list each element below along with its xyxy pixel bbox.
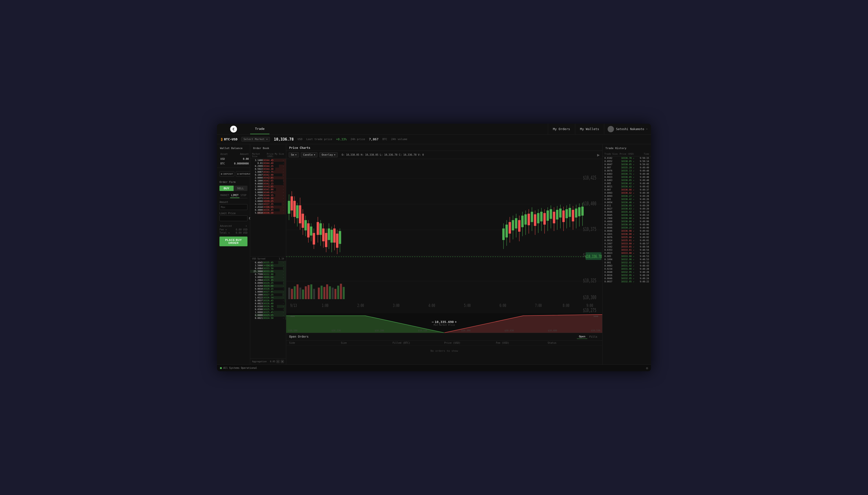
ob-bid-row[interactable]: 1.0000 10325.45 - [250, 311, 286, 314]
ob-bid-row[interactable]: 0.7599 10332.90 - [250, 273, 286, 276]
svg-text:1:00: 1:00 [322, 303, 328, 308]
my-orders-btn[interactable]: My Orders [548, 124, 575, 134]
svg-rect-95 [521, 216, 524, 227]
ob-bid-price: 10326.45 [263, 300, 274, 302]
sell-tab[interactable]: SELL [233, 186, 248, 191]
ob-bid-row[interactable]: 25.3000 10333.00 - [250, 270, 286, 273]
ob-bid-row[interactable]: 6.0000 10325.25 - [250, 314, 286, 317]
ob-ask-row[interactable]: 0.1322 10337.35 - [250, 203, 286, 206]
my-wallets-btn[interactable]: My Wallets [575, 124, 604, 134]
ob-bid-row[interactable]: 2.5000 10334.95 - [250, 264, 286, 267]
ob-ask-row[interactable]: 1.0087 10343.75 - [250, 171, 286, 173]
ob-bid-row[interactable]: 0.0984 10333.50 - [250, 267, 286, 270]
user-name: Satoshi Nakamoto [616, 127, 644, 131]
agg-minus-btn[interactable]: − [276, 360, 280, 363]
total-value: 0.00 USD [236, 232, 247, 234]
ob-bid-row[interactable]: 0.6168 10326.30 - [250, 305, 286, 308]
th-trade-size: 0.0046 [604, 211, 619, 213]
ob-bid-row[interactable]: 1.0122 10326.50 - [250, 296, 286, 299]
ob-ask-row[interactable]: 0.5922 10344.30 - [250, 168, 286, 171]
ob-ask-row[interactable]: 0.1047 10342.90 - [250, 173, 286, 176]
limit-tab[interactable]: LIMIT [230, 193, 240, 198]
th-trade-size: 0.0047 [604, 163, 619, 166]
open-orders-open-tab[interactable]: Open [577, 335, 587, 339]
ob-ask-price: 10336.30 [263, 212, 274, 214]
stop-tab[interactable]: STOP [240, 193, 247, 198]
ob-ask-row[interactable]: 1.4371 10340.00 - [250, 197, 286, 200]
ob-ask-row[interactable]: 0.1000 10342.65 - [250, 179, 286, 182]
ob-ask-row[interactable]: 0.0688 10342.15 - [250, 182, 286, 185]
th-trade-time: 9:49:26 [634, 198, 649, 201]
select-market-btn[interactable]: Select Market ▾ [241, 137, 270, 141]
user-area[interactable]: Satoshi Nakamoto ▾ [604, 124, 651, 134]
overlay-dropdown[interactable]: Overlay ▾ [320, 152, 338, 157]
th-trade-time: 9:49:30 [634, 192, 649, 194]
nav-tab-trade[interactable]: Trade [250, 124, 269, 134]
ob-ask-mysize: - [273, 183, 284, 185]
ob-bid-row[interactable]: 0.0037 10326.45 - [250, 299, 286, 302]
agg-value: 0.05 [270, 360, 275, 363]
ob-bid-mysize: - [273, 285, 284, 287]
candlestick-area[interactable]: $10,425 $10,400 $10,375 $10,350 $10,336.… [286, 159, 602, 313]
open-orders-fills-tab[interactable]: Fills [587, 335, 599, 339]
th-trade-price: 10333.01 ↗ [619, 249, 634, 251]
spread-row: USD Spread 1.19 [250, 256, 286, 261]
ob-bid-row[interactable]: 0.0500 10325.75 - [250, 308, 286, 311]
ob-bid-price: 10326.30 [263, 305, 274, 308]
ob-bid-row[interactable]: 1.2904 10329.35 - [250, 279, 286, 281]
th-row: 0.0083 10331.02 ↗ 9:48:43 [603, 264, 651, 267]
wallet-title: Wallet Balance [217, 144, 250, 151]
ob-bid-row[interactable]: 0.0021 10324.50 - [250, 317, 286, 320]
ob-ask-row[interactable]: 0.6000 10341.80 - [250, 188, 286, 191]
ob-bid-row[interactable]: 3.0000 10331.00 - [250, 276, 286, 279]
th-col-price: Price (USD) [619, 153, 634, 155]
ob-bid-row[interactable]: 0.0023 10326.40 - [250, 302, 286, 305]
svg-text:6:00: 6:00 [499, 303, 506, 308]
ob-ask-row[interactable]: 3.1400 10344.45 - [250, 159, 286, 162]
svg-rect-71 [325, 233, 327, 247]
th-trade-time: 9:49:48 [634, 182, 649, 185]
ob-bid-row[interactable]: 0.0999 10329.25 - [250, 281, 286, 285]
ob-ask-row[interactable]: 0.7599 10340.35 - [250, 194, 286, 197]
deposit-btn[interactable]: ⊕ DEPOSIT [219, 171, 234, 176]
th-trade-size: 0.0076 [604, 170, 619, 172]
th-trade-time: 9:48:43 [634, 264, 649, 267]
th-trade-size: 0.001 [604, 198, 619, 201]
order-book-panel: Order Book Market Size Price (USD) My Si… [250, 144, 286, 364]
max-link[interactable]: Max [220, 206, 227, 208]
ob-ask-row[interactable]: 3.0000 10339.25 - [250, 200, 286, 203]
ob-ask-row[interactable]: 0.2999 10344.35 - [250, 165, 286, 168]
ob-bid-row[interactable]: 0.4045 10335.05 - [250, 261, 286, 264]
ob-ask-row[interactable]: 0.3000 10336.45 - [250, 208, 286, 211]
place-order-btn[interactable]: PLACE BUY ORDER [219, 237, 247, 246]
ob-ask-row[interactable]: 2.0000 10341.95 - [250, 185, 286, 188]
ob-ask-price: 10344.45 [263, 159, 274, 161]
oo-col-size: Size [341, 342, 393, 344]
th-rows: 0.0102 10336.78 ↗ 9:50:15 0.0952 10338.0… [603, 156, 651, 364]
ob-ask-mysize: - [273, 191, 284, 194]
chart-type-dropdown[interactable]: Candle ▾ [301, 152, 317, 157]
th-trade-time: 9:49:37 [634, 189, 649, 191]
ob-ask-row[interactable]: 1.0000 10340.65 - [250, 191, 286, 194]
ob-bid-row[interactable]: 0.0010 10328.15 - [250, 288, 286, 290]
ob-ask-row[interactable]: 2.0000 10342.85 - [250, 176, 286, 179]
ob-ask-row[interactable]: 0.01 10344.40 - [250, 162, 286, 165]
plus-icon: ⊕ [220, 173, 223, 175]
advanced-toggle[interactable]: Advanced ▾ [219, 223, 247, 228]
timeframe-dropdown[interactable]: 5m ▾ [289, 152, 299, 157]
ob-ask-mysize: - [273, 185, 284, 188]
ob-ask-size: 0.2999 [252, 165, 263, 167]
ob-bid-row[interactable]: 1.0000 10327.95 - [250, 290, 286, 293]
ob-ask-row[interactable]: 2.4144 10336.55 - [250, 206, 286, 208]
agg-plus-btn[interactable]: + [281, 360, 284, 363]
market-tab[interactable]: MARKET [219, 193, 230, 198]
th-trade-price: 10336.05 ↗ [619, 204, 634, 207]
ob-bid-row[interactable]: 0.1000 10327.25 - [250, 293, 286, 296]
th-trade-size: 0.0952 [604, 160, 619, 163]
settings-icon[interactable]: ⚙ [646, 366, 648, 370]
th-row: 0.007 10336.66 ↗ 9:49:37 [603, 188, 651, 191]
ob-ask-row[interactable]: 5.6010 10336.30 - [250, 211, 286, 215]
chart-nav-btn[interactable]: ▶ [597, 153, 600, 157]
ob-bid-row[interactable]: 3.0268 10329.00 - [250, 285, 286, 288]
buy-tab[interactable]: BUY [219, 186, 233, 191]
